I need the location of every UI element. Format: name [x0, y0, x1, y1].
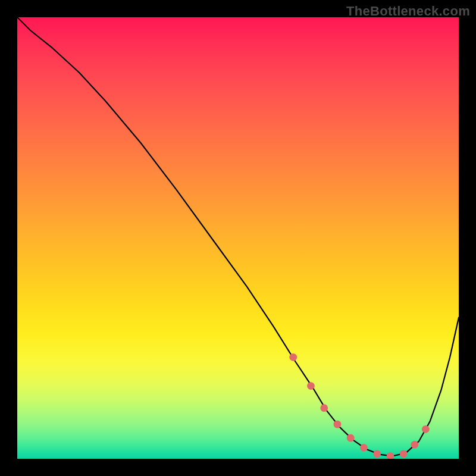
marker-dot	[320, 404, 328, 412]
marker-dot	[360, 444, 368, 452]
marker-dot	[289, 353, 297, 361]
watermark-text: TheBottleneck.com	[346, 4, 470, 19]
plot-area	[17, 17, 459, 459]
marker-dot	[411, 441, 418, 449]
chart-stage: TheBottleneck.com	[0, 0, 476, 476]
marker-dot	[334, 421, 342, 428]
curve-layer	[17, 17, 459, 459]
marker-dot	[387, 452, 394, 459]
marker-dot	[347, 434, 355, 442]
marker-dot	[400, 450, 408, 458]
marker-dot	[373, 450, 381, 458]
marker-dot	[307, 382, 315, 390]
marker-dot	[422, 425, 430, 433]
bottleneck-curve	[17, 17, 459, 456]
marker-dots	[289, 353, 429, 459]
